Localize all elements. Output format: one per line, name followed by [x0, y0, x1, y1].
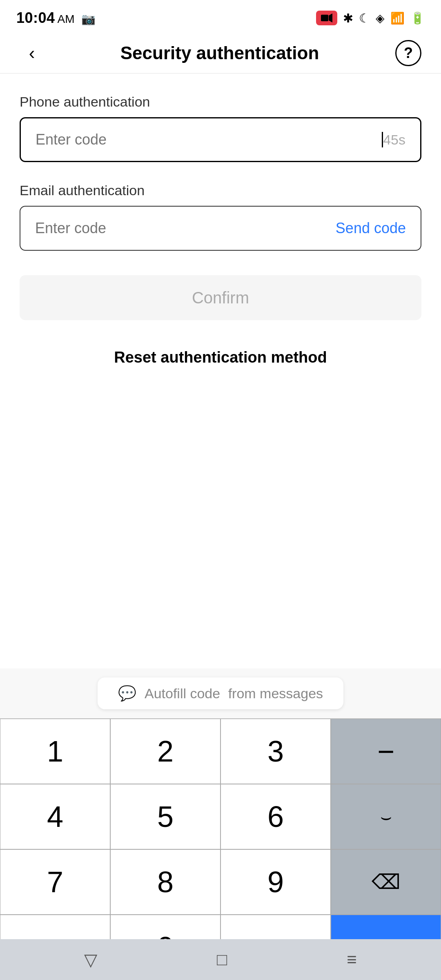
keyboard-area: 💬 Autofill code from messages 1 2 3 − 4 … — [0, 668, 441, 980]
battery-icon: 🔋 — [410, 11, 425, 25]
key-5[interactable]: 5 — [110, 784, 220, 849]
send-code-button[interactable]: Send code — [336, 220, 406, 237]
delete-icon: ⌫ — [372, 870, 401, 894]
nav-back-icon[interactable]: ▽ — [84, 950, 97, 970]
record-icon — [316, 11, 337, 25]
autofill-bar: 💬 Autofill code from messages — [0, 668, 441, 719]
nav-bar: ‹ Security authentication ? — [0, 33, 441, 74]
key-delete[interactable]: ⌫ — [331, 849, 441, 915]
status-time: 10:04 — [16, 9, 55, 27]
email-code-input[interactable] — [35, 220, 336, 237]
key-8[interactable]: 8 — [110, 849, 220, 915]
camera-icon: 📷 — [81, 12, 96, 26]
svg-marker-1 — [329, 13, 332, 22]
status-icons: ✱ ☾ ◈ 📶 🔋 — [316, 11, 425, 25]
back-button[interactable]: ‹ — [20, 41, 44, 65]
nav-home-icon[interactable]: □ — [217, 950, 227, 969]
confirm-button[interactable]: Confirm — [20, 275, 421, 320]
autofill-pill[interactable]: 💬 Autofill code from messages — [98, 677, 343, 709]
svg-rect-0 — [321, 15, 328, 21]
autofill-text: Autofill code from messages — [145, 686, 323, 702]
main-content: Phone authentication 45s Email authentic… — [0, 74, 441, 383]
key-6[interactable]: 6 — [220, 784, 331, 849]
keyboard-row-2: 4 5 6 ⌣ — [0, 784, 441, 849]
reset-auth-link[interactable]: Reset authentication method — [20, 349, 421, 366]
email-auth-label: Email authentication — [20, 183, 421, 198]
key-7[interactable]: 7 — [0, 849, 110, 915]
key-2[interactable]: 2 — [110, 719, 220, 784]
nav-menu-icon[interactable]: ≡ — [347, 950, 357, 969]
phone-timer: 45s — [383, 132, 405, 148]
key-4[interactable]: 4 — [0, 784, 110, 849]
brightness-icon: ◈ — [376, 11, 385, 25]
phone-auth-label: Phone authentication — [20, 94, 421, 110]
key-9[interactable]: 9 — [220, 849, 331, 915]
page-title: Security authentication — [44, 43, 395, 63]
bottom-nav: ▽ □ ≡ — [0, 939, 441, 980]
moon-icon: ☾ — [359, 11, 370, 25]
key-dash[interactable]: − — [331, 719, 441, 784]
bluetooth-icon: ✱ — [343, 11, 353, 25]
wifi-icon: 📶 — [390, 11, 405, 25]
key-1[interactable]: 1 — [0, 719, 110, 784]
message-icon: 💬 — [118, 685, 136, 702]
phone-code-input-wrapper[interactable]: 45s — [20, 117, 421, 162]
status-ampm: AM — [58, 13, 75, 26]
phone-code-input[interactable] — [36, 131, 381, 148]
status-bar: 10:04 AM 📷 ✱ ☾ ◈ 📶 🔋 — [0, 0, 441, 33]
email-code-input-wrapper[interactable]: Send code — [20, 206, 421, 251]
key-3[interactable]: 3 — [220, 719, 331, 784]
keyboard-row-3: 7 8 9 ⌫ — [0, 849, 441, 915]
key-space[interactable]: ⌣ — [331, 784, 441, 849]
help-button[interactable]: ? — [395, 40, 421, 66]
keyboard-row-1: 1 2 3 − — [0, 719, 441, 784]
